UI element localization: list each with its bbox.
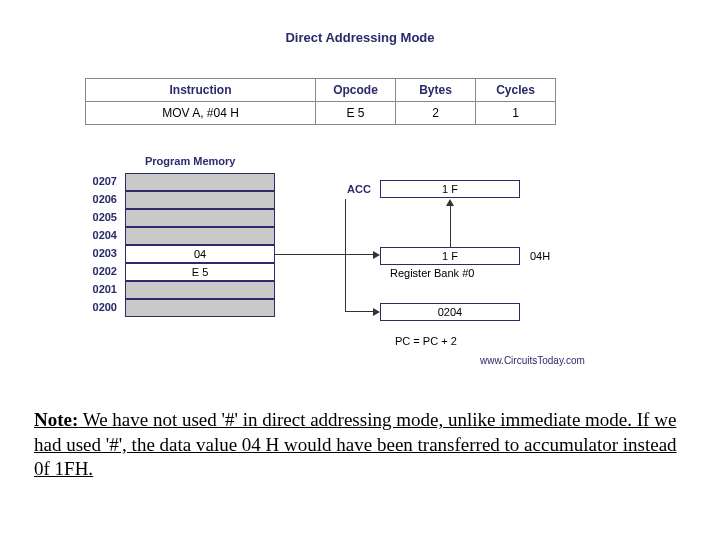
arrow-to-reg-icon [373, 251, 380, 259]
register-right-label: 04H [530, 250, 550, 262]
mem-0202: E 5 [125, 263, 275, 281]
th-cycles: Cycles [476, 79, 556, 102]
td-bytes: 2 [396, 102, 476, 125]
addr-0202: 0202 [85, 265, 117, 277]
register-bank-label: Register Bank #0 [390, 267, 474, 279]
addr-0206: 0206 [85, 193, 117, 205]
td-instruction: MOV A, #04 H [86, 102, 316, 125]
note-prefix: Note: [34, 409, 78, 430]
acc-box: 1 F [380, 180, 520, 198]
line-acc-vert [345, 199, 346, 254]
addr-0205: 0205 [85, 211, 117, 223]
arrow-to-acc-icon [446, 199, 454, 206]
td-cycles: 1 [476, 102, 556, 125]
acc-label: ACC [347, 183, 371, 195]
mem-0207 [125, 173, 275, 191]
addr-0201: 0201 [85, 283, 117, 295]
line-bus-vert [345, 254, 346, 312]
mem-0206 [125, 191, 275, 209]
arrow-to-pc-icon [373, 308, 380, 316]
line-reg-to-acc [450, 205, 451, 247]
mem-0201 [125, 281, 275, 299]
mem-0205 [125, 209, 275, 227]
addr-0200: 0200 [85, 301, 117, 313]
diagram-area: Program Memory 0207 0206 0205 0204 0203 … [85, 155, 615, 375]
addr-0207: 0207 [85, 175, 117, 187]
program-memory-label: Program Memory [145, 155, 235, 167]
th-bytes: Bytes [396, 79, 476, 102]
pc-box: 0204 [380, 303, 520, 321]
diagram-title: Direct Addressing Mode [0, 30, 720, 45]
instruction-table: Instruction Opcode Bytes Cycles MOV A, #… [85, 78, 556, 125]
addr-0204: 0204 [85, 229, 117, 241]
note-body: We have not used '#' in direct addressin… [34, 409, 677, 479]
th-instruction: Instruction [86, 79, 316, 102]
mem-0200 [125, 299, 275, 317]
mem-0204 [125, 227, 275, 245]
credit-text: www.CircuitsToday.com [480, 355, 585, 366]
pc-text: PC = PC + 2 [395, 335, 457, 347]
th-opcode: Opcode [316, 79, 396, 102]
addr-0203: 0203 [85, 247, 117, 259]
line-to-reg [345, 254, 373, 255]
line-mem-to-bus [275, 254, 345, 255]
td-opcode: E 5 [316, 102, 396, 125]
line-to-pc [345, 311, 373, 312]
mem-0203: 04 [125, 245, 275, 263]
register-box: 1 F [380, 247, 520, 265]
note-text: Note: We have not used '#' in direct add… [34, 408, 689, 482]
